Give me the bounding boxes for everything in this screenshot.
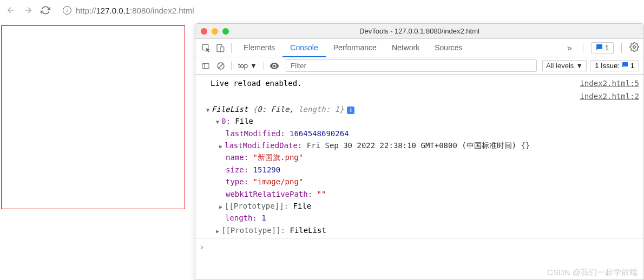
object-property[interactable]: lastModified: 1664548690264 xyxy=(195,128,643,139)
inspect-element-icon[interactable] xyxy=(200,42,213,55)
object-property[interactable]: length: 1 xyxy=(195,212,643,224)
site-info-icon[interactable]: i xyxy=(63,6,71,15)
tab-console[interactable]: Console xyxy=(282,39,325,57)
traffic-lights xyxy=(201,28,229,35)
chevron-down-icon: ▼ xyxy=(250,62,257,70)
settings-icon[interactable] xyxy=(629,42,639,54)
separator xyxy=(231,62,232,70)
tab-performance[interactable]: Performance xyxy=(326,39,384,57)
more-tabs-button[interactable]: » xyxy=(564,43,575,53)
separator xyxy=(264,62,264,70)
filter-input[interactable] xyxy=(286,59,537,72)
devtools-titlebar[interactable]: DevTools - 127.0.0.1:8080/index2.html xyxy=(195,24,643,39)
separator xyxy=(621,43,622,53)
disclosure-triangle-icon[interactable]: ▼ xyxy=(216,118,221,126)
devtools-tabs: Elements Console Performance Network Sou… xyxy=(236,39,470,57)
source-link[interactable]: index2.html:5 xyxy=(580,77,643,89)
source-link[interactable]: index2.html:2 xyxy=(580,90,643,102)
close-window-button[interactable] xyxy=(201,28,207,35)
log-entry: index2.html:2 xyxy=(195,90,643,103)
tab-network[interactable]: Network xyxy=(384,39,427,57)
message-count: 1 xyxy=(605,44,609,52)
separator xyxy=(583,43,583,53)
devtools-title: DevTools - 127.0.0.1:8080/index2.html xyxy=(359,27,479,35)
devtools-tabs-bar: Elements Console Performance Network Sou… xyxy=(195,39,643,57)
chevron-down-icon: ▼ xyxy=(576,62,583,70)
maximize-window-button[interactable] xyxy=(222,28,229,35)
disclosure-triangle-icon[interactable]: ▼ xyxy=(206,106,212,115)
svg-point-3 xyxy=(633,46,636,49)
address-bar[interactable]: i http://127.0.0.1:8080/index2.html xyxy=(57,4,639,17)
clear-console-icon[interactable] xyxy=(215,60,227,72)
context-selector[interactable]: top ▼ xyxy=(236,61,259,71)
reload-button[interactable] xyxy=(40,5,51,16)
message-icon xyxy=(622,62,628,70)
disclosure-triangle-icon[interactable]: ▶ xyxy=(219,142,225,151)
separator xyxy=(231,43,232,53)
console-prompt[interactable]: › xyxy=(195,238,643,255)
object-property[interactable]: webkitRelativePath: "" xyxy=(195,188,643,200)
object-property[interactable]: ▶[[Prototype]]: File xyxy=(195,200,643,212)
object-row[interactable]: ▼FileList {0: File, length: 1}i xyxy=(195,103,643,115)
disclosure-triangle-icon[interactable]: ▶ xyxy=(216,227,221,236)
live-expression-icon[interactable] xyxy=(268,60,280,72)
object-property[interactable]: ▶[[Prototype]]: FileList xyxy=(195,224,643,236)
disclosure-triangle-icon[interactable]: ▶ xyxy=(219,203,225,211)
console-messages-badge[interactable]: 1 xyxy=(591,42,614,54)
object-property[interactable]: name: "新国旗.png" xyxy=(195,151,643,163)
svg-rect-2 xyxy=(220,46,224,51)
svg-rect-4 xyxy=(202,63,209,68)
object-property[interactable]: ▶lastModifiedDate: Fri Sep 30 2022 22:38… xyxy=(195,139,643,151)
object-property[interactable]: size: 151290 xyxy=(195,164,643,176)
console-output: Live reload enabled. index2.html:5 index… xyxy=(195,75,643,279)
device-toolbar-icon[interactable] xyxy=(214,42,227,55)
object-property[interactable]: type: "image/png" xyxy=(195,176,643,188)
log-entry: Live reload enabled. index2.html:5 xyxy=(195,77,643,90)
tab-sources[interactable]: Sources xyxy=(427,39,470,57)
issues-badge[interactable]: 1 Issue: 1 xyxy=(590,60,639,71)
watermark: CSDN @我们一起学前端 xyxy=(547,268,638,278)
log-levels-selector[interactable]: All levels ▼ xyxy=(542,60,587,71)
back-button[interactable] xyxy=(5,5,16,16)
message-icon xyxy=(596,44,603,52)
sidebar-toggle-icon[interactable] xyxy=(200,60,212,72)
minimize-window-button[interactable] xyxy=(212,28,218,35)
devtools-window: DevTools - 127.0.0.1:8080/index2.html El… xyxy=(195,23,644,280)
forward-button[interactable] xyxy=(23,5,34,16)
url-text: http://127.0.0.1:8080/index2.html xyxy=(76,6,194,15)
page-content-box xyxy=(1,25,185,209)
object-row[interactable]: ▼0: File xyxy=(195,115,643,127)
console-filter-bar: top ▼ All levels ▼ 1 Issue: 1 xyxy=(195,57,643,75)
info-icon[interactable]: i xyxy=(347,106,354,114)
tab-elements[interactable]: Elements xyxy=(236,39,282,57)
browser-toolbar: i http://127.0.0.1:8080/index2.html xyxy=(0,0,644,21)
